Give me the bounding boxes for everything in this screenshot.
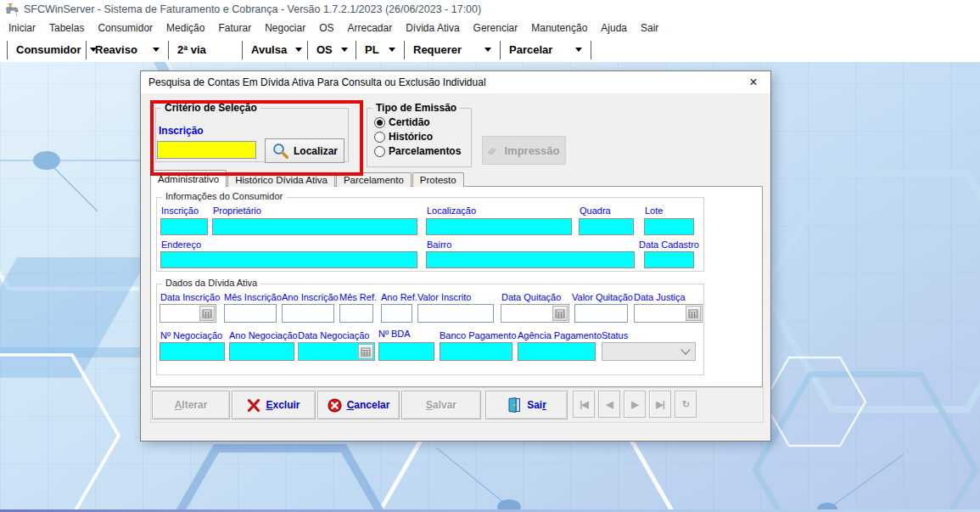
chevron-down-icon	[341, 48, 348, 52]
toolbar-requerer-button[interactable]: Requerer	[405, 39, 500, 61]
calendar-icon[interactable]	[199, 306, 215, 321]
menu-sair[interactable]: Sair	[634, 20, 665, 37]
menu-iniciar[interactable]: Iniciar	[2, 20, 42, 37]
label-agencia-pagamento: Agência Pagamento	[518, 330, 602, 340]
menu-os[interactable]: OS	[312, 20, 340, 37]
n-bda-field[interactable]	[378, 342, 434, 361]
label-data-quitacao: Data Quitação	[501, 292, 561, 302]
nav-last-button[interactable]: ▶|	[649, 391, 671, 418]
mes-ref-field[interactable]	[339, 304, 373, 323]
chevron-down-icon	[153, 48, 160, 52]
status-combo[interactable]	[602, 342, 696, 361]
menu-faturar[interactable]: Faturar	[211, 20, 258, 37]
data-negociacao-field[interactable]	[298, 342, 375, 361]
radio-certidao[interactable]: Certidão	[374, 116, 430, 128]
close-icon[interactable]: ×	[741, 73, 766, 91]
quadra-field[interactable]	[579, 218, 634, 235]
nav-prev-button[interactable]: ◀	[598, 391, 620, 418]
print-icon	[488, 146, 499, 155]
valor-inscrito-field[interactable]	[417, 304, 494, 323]
inscricao-field[interactable]	[160, 218, 208, 235]
toolbar-parcelar-button[interactable]: Parcelar	[501, 39, 591, 61]
agencia-pagamento-field[interactable]	[518, 342, 596, 361]
menu-arrecadar[interactable]: Arrecadar	[341, 20, 400, 37]
label-banco-pagamento: Banco Pagamento	[440, 330, 517, 340]
menu-medicao[interactable]: Medição	[160, 20, 211, 37]
nav-first-button[interactable]: |◀	[573, 391, 595, 418]
salvar-button[interactable]: Salvar	[401, 391, 481, 419]
label-status: Status	[602, 330, 628, 340]
nav-refresh-button[interactable]: ↻	[675, 391, 697, 418]
proprietario-field[interactable]	[212, 218, 417, 235]
label-localizacao: Localização	[427, 205, 476, 216]
radio-icon	[374, 146, 385, 157]
tab-protesto[interactable]: Protesto	[412, 172, 464, 187]
menu-gerenciar[interactable]: Gerenciar	[467, 20, 525, 37]
tab-historico-divida-ativa[interactable]: Histórico Dívida Ativa	[227, 172, 335, 187]
label-quadra: Quadra	[580, 205, 611, 216]
toolbar-pl-button[interactable]: PL	[356, 39, 404, 61]
label-n-negociacao: Nº Negociação	[160, 330, 222, 340]
toolbar-separator	[591, 41, 591, 59]
radio-selected-icon	[374, 117, 385, 128]
impressao-button[interactable]: Impressão	[482, 136, 566, 165]
chevron-down-icon	[575, 48, 582, 52]
inscricao-search-input[interactable]	[157, 141, 256, 159]
menu-consumidor[interactable]: Consumidor	[91, 20, 160, 37]
toolbar-os-button[interactable]: OS	[308, 39, 356, 61]
chevron-down-icon	[295, 48, 302, 52]
sair-button[interactable]: Sair	[485, 391, 568, 419]
chevron-down-icon	[484, 48, 491, 52]
toolbar-2avia-button[interactable]: 2ª via	[169, 39, 242, 61]
valor-quitacao-field[interactable]	[574, 304, 628, 323]
label-bairro: Bairro	[427, 239, 451, 250]
radio-historico[interactable]: Histórico	[374, 131, 433, 143]
ano-inscricao-field[interactable]	[282, 304, 334, 323]
data-inscricao-field[interactable]	[160, 304, 216, 323]
tab-page-administrativo: Informações do Consumidor Inscrição Prop…	[150, 186, 763, 387]
lote-field[interactable]	[644, 218, 694, 235]
label-endereco: Endereço	[161, 239, 201, 250]
menu-ajuda[interactable]: Ajuda	[594, 20, 634, 37]
bairro-field[interactable]	[426, 251, 635, 268]
alterar-button[interactable]: Alterar	[152, 391, 230, 419]
dialog-titlebar[interactable]: Pesquisa de Contas Em Dívida Ativa Para …	[141, 71, 770, 93]
excluir-button[interactable]: Excluir	[232, 391, 316, 419]
label-inscricao: Inscrição	[161, 205, 199, 216]
toolbar-reaviso-button[interactable]: Reaviso	[87, 39, 168, 61]
menu-manutencao[interactable]: Manutenção	[524, 20, 594, 37]
dialog-title: Pesquisa de Contas Em Dívida Ativa Para …	[148, 76, 486, 88]
ano-negociacao-field[interactable]	[229, 342, 294, 361]
action-button-panel: Alterar Excluir Cancelar	[150, 387, 764, 423]
dialog-body: Critério de Seleção Inscrição Localizar …	[141, 93, 770, 441]
tab-administrativo[interactable]: Administrativo	[150, 170, 227, 187]
localizacao-field[interactable]	[426, 218, 572, 235]
ano-ref-field[interactable]	[381, 304, 412, 323]
banco-pagamento-field[interactable]	[440, 342, 512, 361]
main-toolbar: Consumidor Reaviso 2ª via Avulsa OS PL R…	[0, 37, 980, 63]
menu-bar: Iniciar Tabelas Consumidor Medição Fatur…	[0, 19, 980, 37]
informacoes-consumidor-group: Informações do Consumidor Inscrição Prop…	[156, 197, 704, 272]
label-proprietario: Proprietário	[213, 205, 261, 216]
mes-inscricao-field[interactable]	[224, 304, 277, 323]
label-ano-negociacao: Ano Negociação	[229, 330, 298, 340]
menu-divida-ativa[interactable]: Dívida Ativa	[399, 20, 466, 37]
data-justica-field[interactable]	[634, 304, 703, 323]
calendar-icon[interactable]	[552, 306, 568, 321]
endereco-field[interactable]	[160, 251, 417, 268]
data-cadastro-field[interactable]	[644, 251, 694, 268]
radio-parcelamentos[interactable]: Parcelamentos	[374, 145, 461, 157]
tab-parcelamento[interactable]: Parcelamento	[336, 172, 412, 187]
data-quitacao-field[interactable]	[501, 304, 569, 323]
menu-negociar[interactable]: Negociar	[258, 20, 312, 37]
toolbar-consumidor-button[interactable]: Consumidor	[8, 39, 86, 61]
nav-next-button[interactable]: ▶	[624, 391, 646, 418]
menu-tabelas[interactable]: Tabelas	[42, 20, 91, 37]
calendar-icon[interactable]	[686, 306, 701, 321]
localizar-button[interactable]: Localizar	[265, 138, 344, 163]
tipo-emissao-group: Tipo de Emissão Certidão Histórico Parce…	[367, 108, 472, 167]
cancelar-button[interactable]: Cancelar	[317, 391, 400, 419]
toolbar-avulsa-button[interactable]: Avulsa	[243, 39, 307, 61]
n-negociacao-field[interactable]	[160, 342, 225, 361]
calendar-icon[interactable]	[358, 344, 373, 359]
